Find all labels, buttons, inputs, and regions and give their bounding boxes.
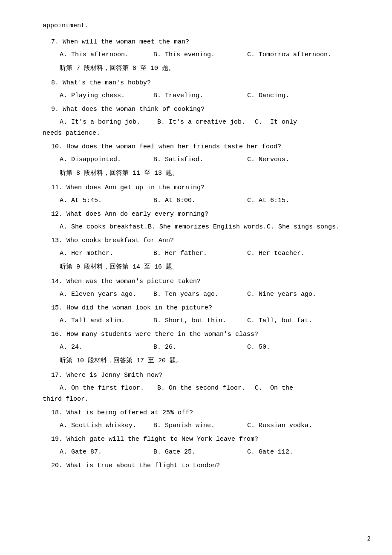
question-18: 18. What is being offered at 25% off? A.… — [43, 408, 358, 431]
section-8-header: 听第 8 段材料，回答第 11 至 13 题。 — [60, 168, 358, 179]
question-9-options: A. It's a boring job. B. It's a creative… — [60, 117, 358, 127]
page-number: 2 — [367, 535, 371, 542]
question-19: 19. Which gate will the flight to New Yo… — [43, 434, 358, 457]
q17-option-c: C. On the — [255, 383, 293, 393]
question-10-options: A. Disappointed. B. Satisfied. C. Nervou… — [60, 155, 358, 165]
question-20: 20. What is true about the flight to Lon… — [43, 461, 358, 471]
question-12: 12. What does Ann do early every morning… — [43, 209, 358, 232]
q11-option-c: C. At 6:15. — [247, 196, 332, 206]
q17-option-b: B. On the second floor. — [157, 383, 251, 393]
question-14-text: 14. When was the woman's picture taken? — [51, 277, 358, 287]
question-18-text: 18. What is being offered at 25% off? — [51, 408, 358, 418]
q7-option-c: C. Tomorrow afternoon. — [247, 50, 332, 60]
q13-option-b: B. Her father. — [153, 249, 247, 259]
question-17: 17. Where is Jenny Smith now? A. On the … — [43, 370, 358, 405]
question-8-options: A. Playing chess. B. Traveling. C. Danci… — [60, 91, 358, 101]
question-16-options: A. 24. B. 26. C. 50. — [60, 342, 358, 353]
q15-option-a: A. Tall and slim. — [60, 316, 153, 326]
q12-option-c: C. She sings songs. — [267, 222, 340, 232]
question-15-text: 15. How did the woman look in the pictur… — [51, 303, 358, 313]
q7-option-b: B. This evening. — [153, 50, 247, 60]
question-13-text: 13. Who cooks breakfast for Ann? — [51, 236, 358, 246]
question-8-text: 8. What's the man's hobby? — [51, 78, 358, 88]
question-7: 7. When will the woman meet the man? A. … — [43, 37, 358, 60]
question-16: 16. How many students were there in the … — [43, 330, 358, 353]
q9-option-b: B. It's a creative job. — [157, 117, 251, 127]
q18-option-b: B. Spanish wine. — [153, 421, 247, 431]
question-13-options: A. Her mother. B. Her father. C. Her tea… — [60, 249, 358, 259]
question-15-options: A. Tall and slim. B. Short, but thin. C.… — [60, 316, 358, 326]
q10-option-a: A. Disappointed. — [60, 155, 153, 165]
q14-option-a: A. Eleven years ago. — [60, 289, 153, 300]
q13-option-c: C. Her teacher. — [247, 249, 332, 259]
section-9-header: 听第 9 段材料，回答第 14 至 16 题。 — [60, 262, 358, 272]
q8-option-c: C. Dancing. — [247, 91, 332, 101]
q14-option-b: B. Ten years ago. — [153, 289, 247, 300]
section-10-header: 听第 10 段材料，回答第 17 至 20 题。 — [60, 356, 358, 366]
question-15: 15. How did the woman look in the pictur… — [43, 303, 358, 326]
question-16-text: 16. How many students were there in the … — [51, 330, 358, 340]
q9-option-a: A. It's a boring job. — [60, 117, 153, 127]
question-14-options: A. Eleven years ago. B. Ten years ago. C… — [60, 289, 358, 300]
intro-text: appointment. — [43, 21, 358, 31]
question-9: 9. What does the woman think of cooking?… — [43, 104, 358, 139]
question-7-text: 7. When will the woman meet the man? — [51, 37, 358, 47]
question-11-options: A. At 5:45. B. At 6:00. C. At 6:15. — [60, 196, 358, 206]
q17-option-a: A. On the first floor. — [60, 383, 153, 393]
q10-option-b: B. Satisfied. — [153, 155, 247, 165]
q14-option-c: C. Nine years ago. — [247, 289, 332, 300]
section-7-header: 听第 7 段材料，回答第 8 至 10 题。 — [60, 64, 358, 74]
question-17-options: A. On the first floor. B. On the second … — [60, 383, 358, 393]
question-7-options: A. This afternoon. B. This evening. C. T… — [60, 50, 358, 60]
q18-option-a: A. Scottish whiskey. — [60, 421, 153, 431]
question-13: 13. Who cooks breakfast for Ann? A. Her … — [43, 236, 358, 259]
question-12-options: A. She cooks breakfast. B. She memorizes… — [60, 222, 358, 232]
q15-option-c: C. Tall, but fat. — [247, 316, 332, 326]
question-11: 11. When does Ann get up in the morning?… — [43, 183, 358, 206]
q12-option-a: A. She cooks breakfast. — [60, 222, 148, 232]
question-14: 14. When was the woman's picture taken? … — [43, 277, 358, 300]
q19-option-a: A. Gate 87. — [60, 447, 153, 457]
q12-option-b: B. She memorizes English words. — [148, 222, 267, 232]
question-10: 10. How does the woman feel when her fri… — [43, 142, 358, 165]
page: appointment. 7. When will the woman meet… — [0, 0, 392, 555]
q11-option-b: B. At 6:00. — [153, 196, 247, 206]
question-12-text: 12. What does Ann do early every morning… — [51, 209, 358, 220]
q16-option-a: A. 24. — [60, 342, 153, 353]
q17-continuation: third floor. — [43, 394, 358, 405]
q13-option-a: A. Her mother. — [60, 249, 153, 259]
q9-option-c: C. It only — [255, 117, 297, 127]
question-20-text: 20. What is true about the flight to Lon… — [51, 461, 358, 471]
top-divider — [43, 13, 358, 13]
q8-option-b: B. Traveling. — [153, 91, 247, 101]
q18-option-c: C. Russian vodka. — [247, 421, 332, 431]
q7-option-a: A. This afternoon. — [60, 50, 153, 60]
question-19-options: A. Gate 87. B. Gate 25. C. Gate 112. — [60, 447, 358, 457]
q10-option-c: C. Nervous. — [247, 155, 332, 165]
question-19-text: 19. Which gate will the flight to New Yo… — [51, 434, 358, 445]
question-8: 8. What's the man's hobby? A. Playing ch… — [43, 78, 358, 101]
q15-option-b: B. Short, but thin. — [153, 316, 247, 326]
question-18-options: A. Scottish whiskey. B. Spanish wine. C.… — [60, 421, 358, 431]
q9-continuation: needs patience. — [43, 128, 358, 139]
question-11-text: 11. When does Ann get up in the morning? — [51, 183, 358, 193]
q16-option-b: B. 26. — [153, 342, 247, 353]
q16-option-c: C. 50. — [247, 342, 332, 353]
question-17-text: 17. Where is Jenny Smith now? — [51, 370, 358, 381]
question-10-text: 10. How does the woman feel when her fri… — [51, 142, 358, 152]
q19-option-b: B. Gate 25. — [153, 447, 247, 457]
question-9-text: 9. What does the woman think of cooking? — [51, 104, 358, 115]
q11-option-a: A. At 5:45. — [60, 196, 153, 206]
q19-option-c: C. Gate 112. — [247, 447, 332, 457]
q8-option-a: A. Playing chess. — [60, 91, 153, 101]
